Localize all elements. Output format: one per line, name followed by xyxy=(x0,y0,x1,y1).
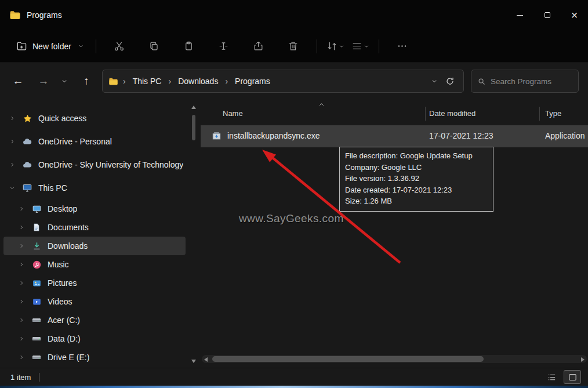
copy-icon xyxy=(148,41,159,52)
column-divider[interactable] xyxy=(425,107,426,121)
tooltip-line: File description: Google Update Setup xyxy=(345,150,488,162)
chevron-right-icon[interactable] xyxy=(8,139,16,144)
paste-icon xyxy=(183,41,194,52)
paste-button[interactable] xyxy=(178,37,200,56)
tooltip-line: File version: 1.3.36.92 xyxy=(345,173,488,184)
breadcrumb-this-pc[interactable]: This PC xyxy=(130,75,164,88)
copy-button[interactable] xyxy=(143,37,165,56)
sidebar-item-documents[interactable]: Documents xyxy=(3,218,186,237)
chevron-right-icon[interactable] xyxy=(8,115,16,121)
file-date-modified: 17-07-2021 12:23 xyxy=(429,131,493,140)
scrollbar-thumb[interactable] xyxy=(212,356,484,362)
chevron-right-icon[interactable] xyxy=(17,206,26,212)
sidebar-item-music[interactable]: Music xyxy=(3,255,186,274)
chevron-right-icon[interactable] xyxy=(17,354,26,360)
tooltip-line: Company: Google LLC xyxy=(345,162,488,173)
breadcrumb-separator: › xyxy=(168,77,171,86)
status-bar: 1 item xyxy=(0,368,588,386)
chevron-down-icon[interactable] xyxy=(8,185,16,191)
file-list-pane: Name Date modified Type installbackupand… xyxy=(201,99,588,368)
title-bar: Programs × xyxy=(0,0,588,30)
address-dropdown-button[interactable] xyxy=(431,78,438,85)
scrollbar-thumb[interactable] xyxy=(192,115,195,140)
sidebar-item-downloads[interactable]: Downloads xyxy=(3,237,186,255)
sidebar-scrollbar[interactable] xyxy=(190,106,197,363)
maximize-button[interactable] xyxy=(533,0,561,30)
column-header-name[interactable]: Name xyxy=(223,109,243,118)
command-bar: New folder xyxy=(0,30,588,63)
rename-button[interactable] xyxy=(213,37,235,56)
chevron-right-icon[interactable] xyxy=(17,280,26,286)
installer-file-icon xyxy=(211,130,222,142)
toolbar-divider xyxy=(317,39,317,53)
details-view-button[interactable] xyxy=(543,370,560,384)
sidebar-item-acer-c[interactable]: Acer (C:) xyxy=(3,311,186,329)
large-icons-view-button[interactable] xyxy=(564,370,581,384)
cloud-icon xyxy=(21,159,33,170)
sidebar-item-desktop[interactable]: Desktop xyxy=(3,200,186,218)
view-button[interactable] xyxy=(351,41,369,52)
file-name: installbackupandsync.exe xyxy=(227,131,320,140)
sidebar-item-onedrive-sky-university[interactable]: OneDrive - Sky University of Technology xyxy=(3,153,186,176)
scroll-down-arrow[interactable] xyxy=(191,360,196,363)
chevron-right-icon[interactable] xyxy=(17,224,26,230)
sidebar-item-onedrive-personal[interactable]: OneDrive - Personal xyxy=(3,130,186,153)
more-options-button[interactable] xyxy=(391,37,413,56)
sidebar-item-pictures[interactable]: Pictures xyxy=(3,274,186,292)
delete-button[interactable] xyxy=(282,37,304,56)
status-divider xyxy=(39,373,39,382)
chevron-down-icon xyxy=(78,43,84,49)
search-input[interactable] xyxy=(491,77,572,86)
star-icon xyxy=(21,114,33,124)
new-folder-icon xyxy=(16,41,27,52)
refresh-button[interactable] xyxy=(442,77,458,86)
sort-button[interactable] xyxy=(326,41,344,52)
horizontal-scrollbar[interactable] xyxy=(202,355,587,363)
bottom-accent-strip xyxy=(0,386,588,388)
sidebar-item-label: Data (D:) xyxy=(48,334,81,343)
column-header-date-modified[interactable]: Date modified xyxy=(429,109,476,118)
sidebar-item-label: Pictures xyxy=(48,278,77,288)
chevron-right-icon[interactable] xyxy=(17,299,26,304)
sidebar-item-label: This PC xyxy=(38,183,67,193)
chevron-right-icon[interactable] xyxy=(17,243,26,249)
delete-icon xyxy=(288,41,299,52)
column-header-type[interactable]: Type xyxy=(545,109,561,118)
view-toggle-group xyxy=(543,370,581,384)
minimize-button[interactable] xyxy=(506,0,533,30)
sidebar-item-drive-e[interactable]: Drive E (E:) xyxy=(3,348,186,367)
search-icon xyxy=(477,77,486,86)
sort-ascending-icon xyxy=(318,101,325,108)
recent-locations-button[interactable] xyxy=(57,71,72,91)
share-button[interactable] xyxy=(248,37,270,56)
close-button[interactable]: × xyxy=(561,0,588,30)
chevron-right-icon[interactable] xyxy=(8,162,16,168)
sidebar-item-quick-access[interactable]: Quick access xyxy=(3,107,186,130)
scroll-right-arrow[interactable] xyxy=(581,357,585,362)
chevron-right-icon[interactable] xyxy=(17,317,26,323)
sidebar-item-videos[interactable]: Videos xyxy=(3,292,186,311)
search-box[interactable] xyxy=(471,70,579,93)
rename-icon xyxy=(218,41,229,52)
breadcrumb-downloads[interactable]: Downloads xyxy=(176,75,220,88)
scroll-left-arrow[interactable] xyxy=(204,357,208,362)
toolbar-divider xyxy=(96,39,96,53)
new-folder-label: New folder xyxy=(32,42,71,51)
chevron-right-icon[interactable] xyxy=(17,336,26,342)
back-button[interactable]: ← xyxy=(8,71,28,91)
new-folder-button[interactable]: New folder xyxy=(10,37,90,56)
up-button[interactable]: ↑ xyxy=(77,71,96,91)
breadcrumb-programs[interactable]: Programs xyxy=(233,75,273,88)
hard-drive-icon xyxy=(31,352,42,362)
cut-button[interactable] xyxy=(108,37,130,56)
sidebar-item-this-pc[interactable]: This PC xyxy=(3,176,186,200)
file-row[interactable]: installbackupandsync.exe 17-07-2021 12:2… xyxy=(201,125,588,147)
column-divider[interactable] xyxy=(539,107,540,121)
chevron-right-icon[interactable] xyxy=(17,262,26,267)
watermark-text: www.SayGeeks.com xyxy=(239,212,344,225)
file-tooltip: File description: Google Update Setup Co… xyxy=(339,147,493,212)
address-bar[interactable]: › This PC › Downloads › Programs xyxy=(102,70,464,93)
scroll-up-arrow[interactable] xyxy=(191,106,196,109)
sidebar-item-data-d[interactable]: Data (D:) xyxy=(3,329,186,348)
forward-button[interactable]: → xyxy=(34,71,53,91)
